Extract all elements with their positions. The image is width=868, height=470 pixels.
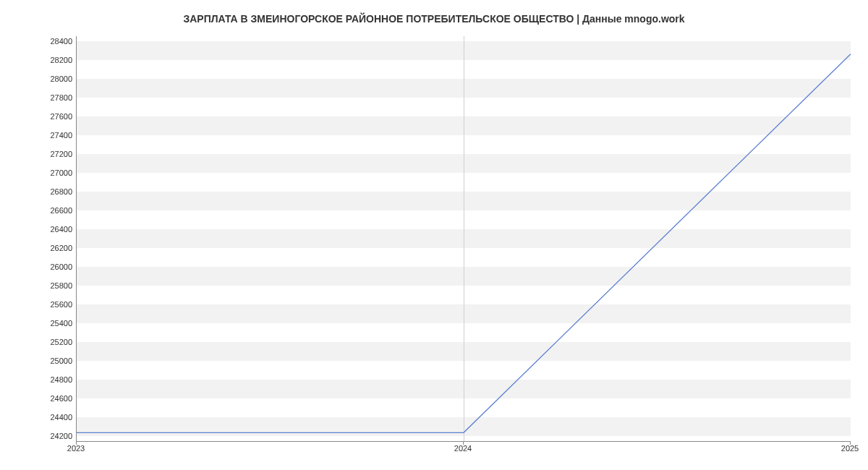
y-tick-label: 28000 <box>7 74 72 83</box>
y-tick-label: 26800 <box>7 187 72 196</box>
y-tick-label: 28200 <box>7 56 72 64</box>
y-tick-label: 27800 <box>7 93 72 102</box>
salary-line-chart: ЗАРПЛАТА В ЗМЕИНОГОРСКОЕ РАЙОННОЕ ПОТРЕБ… <box>0 0 868 470</box>
x-tick-label: 2025 <box>841 444 859 453</box>
series-line <box>77 54 851 433</box>
y-tick-label: 25000 <box>7 356 72 365</box>
x-tick <box>850 441 851 445</box>
y-tick-label: 25800 <box>7 281 72 290</box>
y-tick-label: 25400 <box>7 319 72 328</box>
y-tick-label: 27600 <box>7 112 72 121</box>
y-tick-label: 24800 <box>7 375 72 384</box>
x-tick <box>76 441 77 445</box>
x-tick <box>463 441 464 445</box>
y-tick-label: 27200 <box>7 150 72 158</box>
x-tick-label: 2023 <box>67 444 85 453</box>
line-layer <box>77 36 851 441</box>
y-tick-label: 26400 <box>7 225 72 234</box>
y-tick-label: 25600 <box>7 300 72 309</box>
y-tick-label: 26600 <box>7 206 72 215</box>
y-tick-label: 24600 <box>7 394 72 403</box>
y-tick-label: 26000 <box>7 262 72 271</box>
y-tick-label: 26200 <box>7 244 72 252</box>
y-tick-label: 24200 <box>7 432 72 440</box>
plot-area <box>76 36 851 442</box>
chart-title: ЗАРПЛАТА В ЗМЕИНОГОРСКОЕ РАЙОННОЕ ПОТРЕБ… <box>0 13 868 25</box>
y-tick-label: 27000 <box>7 168 72 177</box>
x-tick-label: 2024 <box>454 444 472 453</box>
y-tick-label: 25200 <box>7 338 72 346</box>
y-tick-label: 28400 <box>7 37 72 46</box>
y-tick-label: 24400 <box>7 413 72 422</box>
y-tick-label: 27400 <box>7 131 72 140</box>
